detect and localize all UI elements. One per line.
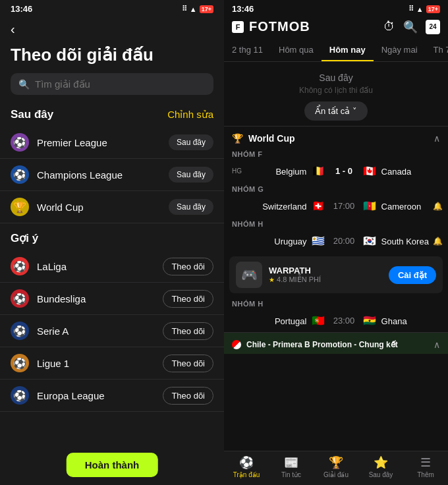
match-team-canada: 🇨🇦 Canada <box>360 165 440 177</box>
match-time-pg: 23:00 <box>327 316 360 326</box>
league-name-premier: Premier League <box>37 137 169 148</box>
hide-all-button[interactable]: Ẩn tất cả ˅ <box>304 101 368 121</box>
league-item-champions[interactable]: ⚽ Champions League Sau đây <box>0 159 224 191</box>
match-team-southkorea: 🇰🇷 South Korea <box>360 235 440 247</box>
tab-ngaymai[interactable]: Ngày mai <box>374 40 426 61</box>
history-button[interactable]: ⏱ <box>383 20 395 34</box>
match-portugal-ghana[interactable]: Portugal 🇵🇹 23:00 🇬🇭 Ghana <box>224 309 448 332</box>
nav-icon-tinTuc: 📰 <box>284 455 298 470</box>
league-icon-seriea: ⚽ <box>11 322 29 340</box>
search-button-right[interactable]: 🔍 <box>403 20 418 34</box>
sau-day-header: Sau đây Chỉnh sửa <box>0 105 224 127</box>
ad-rating: ★ 4.8 MIỄN PHÍ <box>269 275 382 284</box>
follow-btn-bundesliga[interactable]: Theo dõi <box>163 290 213 308</box>
nav-label-tinTuc: Tin tức <box>281 471 301 478</box>
status-icons-right: ⠿ ▲ 17+ <box>408 5 440 13</box>
match-score-bf: 1 - 0 <box>327 166 360 176</box>
followed-leagues-list: ⚽ Premier League Sau đây ⚽ Champions Lea… <box>0 127 224 223</box>
follow-btn-europa[interactable]: Theo dõi <box>163 387 213 405</box>
nav-item-sauDay[interactable]: ⭐ Sau đây <box>358 455 403 478</box>
status-icons-left: ⠿ ▲ 17+ <box>182 5 213 13</box>
match-switzerland-cameroon[interactable]: Switzerland 🇨🇭 17:00 🇨🇲 Cameroon 🔔 <box>224 194 448 217</box>
match-uruguay-southkorea[interactable]: Uruguay 🇺🇾 20:00 🇰🇷 South Korea 🔔 <box>224 229 448 252</box>
follow-btn-laliga[interactable]: Theo dõi <box>163 258 213 275</box>
chile-badge <box>232 340 241 349</box>
sau-day-btn-premier[interactable]: Sau đây <box>169 134 213 150</box>
nav-item-tinTuc[interactable]: 📰 Tin tức <box>269 455 314 478</box>
group-h-label-2: NHÓM H <box>224 297 448 309</box>
ad-thumbnail: 🎮 <box>236 262 262 288</box>
tab-th726[interactable]: Th 7 26 <box>426 40 448 61</box>
league-item-seriea[interactable]: ⚽ Serie A Theo dõi <box>0 315 224 347</box>
time-left: 13:46 <box>11 4 32 14</box>
wifi-icon: ▲ <box>190 5 197 13</box>
tabs-bar: 2 thg 11 Hôm qua Hôm nay Ngày mai Th 7 2… <box>224 40 448 62</box>
league-name-bundesliga: Bundesliga <box>37 293 163 304</box>
worldcup-header: 🏆 World Cup ∧ <box>224 127 448 148</box>
group-g-label: NHÓM G <box>224 183 448 194</box>
flag-canada: 🇨🇦 <box>363 165 376 177</box>
flag-ghana: 🇬🇭 <box>363 314 376 327</box>
chile-chevron[interactable]: ∧ <box>434 339 440 350</box>
tab-homqua[interactable]: Hôm qua <box>271 40 322 61</box>
bottom-nav: ⚽ Trận đấu 📰 Tin tức 🏆 Giải đấu ⭐ Sau đâ… <box>224 451 448 485</box>
flag-portugal: 🇵🇹 <box>312 314 325 327</box>
search-bar[interactable]: 🔍 <box>11 73 213 95</box>
league-name-europa: Europa League <box>37 390 163 401</box>
nav-icon-them: ☰ <box>420 455 431 470</box>
notif-icon-1[interactable]: 🔔 <box>433 202 443 211</box>
group-h-label-1: NHÓM H <box>224 217 448 229</box>
sau-day-section-right: Sau đây Không có lịch thi đấu Ẩn tất cả … <box>224 62 448 127</box>
status-bar-right: 13:46 ⠿ ▲ 17+ <box>224 0 448 16</box>
sau-day-btn-champions[interactable]: Sau đây <box>169 167 213 183</box>
flag-switzerland: 🇨🇭 <box>312 200 325 212</box>
league-name-laliga: LaLiga <box>37 261 163 272</box>
league-item-laliga[interactable]: ⚽ LaLiga Theo dõi <box>0 250 224 283</box>
league-item-worldcup[interactable]: 🏆 World Cup Sau đây <box>0 191 224 223</box>
calendar-badge[interactable]: 24 <box>426 20 440 34</box>
tab-2thg11[interactable]: 2 thg 11 <box>224 40 271 61</box>
suggested-leagues-list: ⚽ LaLiga Theo dõi ⚽ Bundesliga Theo dõi … <box>0 250 224 412</box>
league-icon-premier: ⚽ <box>11 133 29 152</box>
league-icon-champions: ⚽ <box>11 165 29 184</box>
match-belgium-canada[interactable]: HG Belgium 🇧🇪 1 - 0 🇨🇦 Canada <box>224 159 448 183</box>
header-icons: ⏱ 🔍 24 <box>383 20 440 34</box>
worldcup-name: World Cup <box>248 133 295 144</box>
status-bar-left: 13:46 ⠿ ▲ 17+ <box>0 0 224 16</box>
nav-icon-sauDay: ⭐ <box>374 455 388 470</box>
sau-day-btn-worldcup[interactable]: Sau đây <box>169 199 213 215</box>
search-input[interactable] <box>35 78 206 90</box>
league-icon-ligue1: ⚽ <box>11 354 29 372</box>
league-item-bundesliga[interactable]: ⚽ Bundesliga Theo dõi <box>0 283 224 315</box>
notif-icon-2[interactable]: 🔔 <box>433 237 443 246</box>
logo-icon: F <box>232 21 244 33</box>
sau-day-subtitle: Không có lịch thi đấu <box>232 86 440 95</box>
match-team-ghana: 🇬🇭 Ghana <box>360 314 440 327</box>
follow-btn-ligue1[interactable]: Theo dõi <box>163 355 213 372</box>
league-item-ligue1[interactable]: ⚽ Ligue 1 Theo dõi <box>0 347 224 380</box>
chile-section-header[interactable]: Chile - Primera B Promotion - Chung kết … <box>224 333 448 354</box>
league-item-europa[interactable]: ⚽ Europa League Theo dõi <box>0 380 224 412</box>
ad-rating-value: 4.8 <box>277 275 287 283</box>
back-button[interactable]: ‹ <box>11 22 15 37</box>
worldcup-icon: 🏆 <box>232 133 243 144</box>
nav-item-giaiDau[interactable]: 🏆 Giải đấu <box>314 455 358 478</box>
nav-item-them[interactable]: ☰ Thêm <box>403 455 448 478</box>
tab-homnay[interactable]: Hôm nay <box>322 40 374 61</box>
nav-label-them: Thêm <box>417 471 434 478</box>
edit-link[interactable]: Chỉnh sửa <box>167 109 213 121</box>
worldcup-chevron[interactable]: ∧ <box>434 133 440 144</box>
nav-item-tranDau[interactable]: ⚽ Trận đấu <box>224 455 269 478</box>
match-hg-tag: HG <box>232 167 248 175</box>
nav-label-tranDau: Trận đấu <box>233 471 260 478</box>
match-team-uruguay: Uruguay 🇺🇾 <box>248 235 327 247</box>
flag-belgium: 🇧🇪 <box>312 165 325 177</box>
follow-btn-seriea[interactable]: Theo dõi <box>163 322 213 340</box>
league-item-premier[interactable]: ⚽ Premier League Sau đây <box>0 127 224 159</box>
nav-icon-giaiDau: 🏆 <box>329 455 343 470</box>
ad-install-button[interactable]: Cài đặt <box>389 266 436 284</box>
left-panel: 13:46 ⠿ ▲ 17+ ‹ Theo dõi giải đấu 🔍 Sau … <box>0 0 224 485</box>
done-button[interactable]: Hoàn thành <box>67 453 158 477</box>
main-scroll: Sau đây Không có lịch thi đấu Ẩn tất cả … <box>224 62 448 451</box>
ad-stars: ★ <box>269 276 275 283</box>
